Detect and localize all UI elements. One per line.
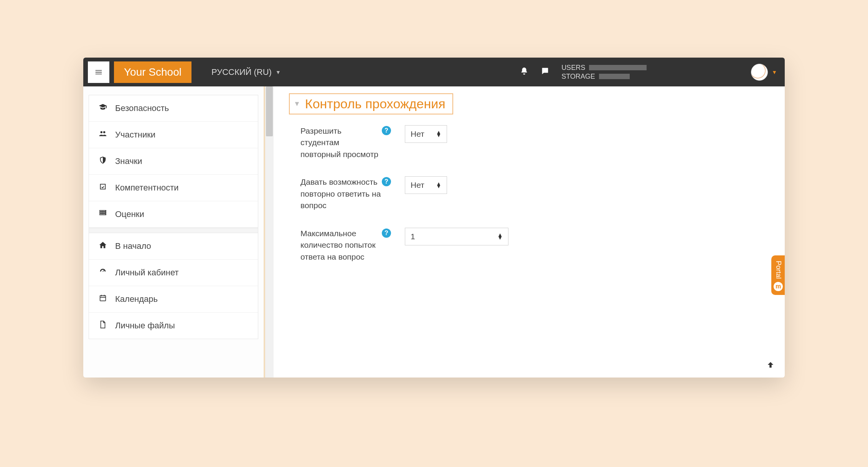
app-window: Your School РУССКИЙ (RU) ▼ USERS STORAGE… xyxy=(83,58,785,378)
sidebar-item[interactable]: Значки xyxy=(89,148,258,175)
top-navbar: Your School РУССКИЙ (RU) ▼ USERS STORAGE… xyxy=(83,58,785,86)
sidebar-divider xyxy=(89,228,258,233)
sort-caret-icon: ▲▼ xyxy=(436,182,441,188)
setting-label: Разрешить студентам повторный просмотр xyxy=(300,125,381,160)
arrow-up-icon xyxy=(766,361,775,369)
users-label: USERS xyxy=(561,63,585,72)
triangle-down-icon: ▼ xyxy=(294,100,300,108)
messages-button[interactable] xyxy=(541,67,549,78)
language-selector[interactable]: РУССКИЙ (RU) ▼ xyxy=(211,67,281,77)
sidebar-column: БезопасностьУчастникиЗначкиКомпетентност… xyxy=(83,86,264,378)
dashboard-icon xyxy=(97,267,108,278)
portal-tab-label: Portal xyxy=(774,261,782,279)
sidebar-item-label: Безопасность xyxy=(115,103,169,113)
scroll-to-top-button[interactable] xyxy=(766,361,775,371)
main-content: ▼ Контроль прохождения Разрешить студент… xyxy=(274,86,785,378)
graduation-cap-icon xyxy=(97,103,108,114)
sidebar-item[interactable]: В начало xyxy=(89,233,258,260)
user-menu-caret-icon[interactable]: ▼ xyxy=(772,69,777,75)
scrollbar-thumb[interactable] xyxy=(266,86,273,136)
language-label: РУССКИЙ (RU) xyxy=(211,67,272,77)
chat-icon xyxy=(541,67,549,75)
sidebar-item-label: В начало xyxy=(115,241,151,251)
setting-row: Разрешить студентам повторный просмотр?Н… xyxy=(300,125,769,160)
help-icon[interactable]: ? xyxy=(382,177,391,186)
sidebar-item[interactable]: Компетентности xyxy=(89,175,258,201)
portal-side-tab[interactable]: Portal m xyxy=(771,255,785,295)
sidebar-item-label: Компетентности xyxy=(115,183,179,193)
settings-form: Разрешить студентам повторный просмотр?Н… xyxy=(289,125,769,263)
cloud-icon: m xyxy=(774,282,783,291)
storage-bar xyxy=(599,74,630,79)
sidebar-item-label: Личный кабинет xyxy=(115,268,179,278)
setting-label: Давать возможность повторно ответить на … xyxy=(300,176,381,211)
help-icon[interactable]: ? xyxy=(382,126,391,135)
setting-select[interactable]: Нет▲▼ xyxy=(405,176,447,194)
shield-icon xyxy=(97,156,108,167)
sidebar-item[interactable]: Личные файлы xyxy=(89,313,258,339)
sidebar-item[interactable]: Личный кабинет xyxy=(89,260,258,286)
grid-icon xyxy=(97,209,108,220)
sort-caret-icon: ▲▼ xyxy=(497,234,503,239)
sidebar-item[interactable]: Безопасность xyxy=(89,95,258,122)
sidebar-item-label: Оценки xyxy=(115,209,144,219)
users-icon xyxy=(97,129,108,140)
setting-label: Максимальное количество попыток ответа н… xyxy=(300,228,381,263)
brand-logo[interactable]: Your School xyxy=(114,61,191,83)
sidebar-item[interactable]: Календарь xyxy=(89,286,258,313)
home-icon xyxy=(97,241,108,252)
setting-select[interactable]: Нет▲▼ xyxy=(405,125,447,143)
select-value: Нет xyxy=(411,181,424,190)
sidebar-item-label: Значки xyxy=(115,156,142,166)
select-value: Нет xyxy=(411,129,424,139)
file-icon xyxy=(97,320,108,331)
sidebar-item[interactable]: Участники xyxy=(89,122,258,148)
notifications-button[interactable] xyxy=(520,67,528,78)
hamburger-button[interactable] xyxy=(88,61,109,83)
sort-caret-icon: ▲▼ xyxy=(436,131,441,137)
sidebar-item-label: Личные файлы xyxy=(115,321,175,331)
setting-row: Максимальное количество попыток ответа н… xyxy=(300,228,769,263)
setting-select[interactable]: 1▲▼ xyxy=(405,228,508,245)
user-avatar[interactable] xyxy=(751,64,768,81)
setting-row: Давать возможность повторно ответить на … xyxy=(300,176,769,211)
storage-label: STORAGE xyxy=(561,72,595,81)
sidebar-item-label: Участники xyxy=(115,130,155,140)
sidebar-item[interactable]: Оценки xyxy=(89,201,258,228)
select-value: 1 xyxy=(411,232,415,241)
body: БезопасностьУчастникиЗначкиКомпетентност… xyxy=(83,86,785,378)
usage-stats: USERS STORAGE xyxy=(561,63,647,81)
sidebar: БезопасностьУчастникиЗначкиКомпетентност… xyxy=(89,95,258,339)
users-bar xyxy=(589,65,647,70)
section-title-text: Контроль прохождения xyxy=(305,96,446,111)
calendar-icon xyxy=(97,294,108,305)
check-square-icon xyxy=(97,182,108,193)
bell-icon xyxy=(520,67,528,75)
section-toggle[interactable]: ▼ Контроль прохождения xyxy=(289,93,453,114)
sidebar-item-label: Календарь xyxy=(115,294,158,304)
sidebar-scrollbar[interactable] xyxy=(265,86,274,378)
hamburger-icon xyxy=(94,68,103,76)
caret-down-icon: ▼ xyxy=(276,69,281,75)
help-icon[interactable]: ? xyxy=(382,229,391,238)
